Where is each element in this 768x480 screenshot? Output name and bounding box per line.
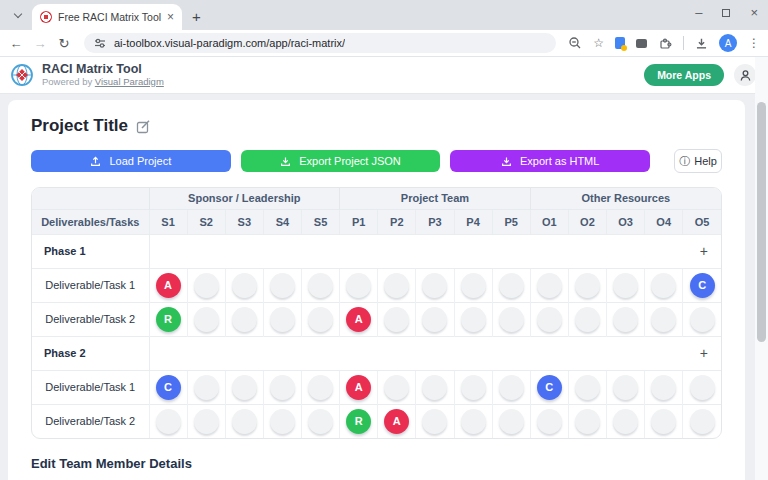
phase-label[interactable]: Phase 2 bbox=[32, 336, 149, 370]
empty-cell-circle[interactable] bbox=[422, 307, 447, 332]
raci-cell-O1[interactable] bbox=[530, 268, 568, 302]
raci-cell-P2[interactable] bbox=[378, 370, 416, 404]
add-task-button[interactable]: + bbox=[700, 346, 708, 360]
empty-cell-circle[interactable] bbox=[194, 409, 219, 434]
column-header-S2[interactable]: S2 bbox=[187, 209, 225, 234]
raci-cell-P3[interactable] bbox=[416, 370, 454, 404]
raci-badge[interactable]: A bbox=[346, 375, 371, 400]
raci-cell-O4[interactable] bbox=[645, 268, 683, 302]
raci-cell-P2[interactable]: A bbox=[378, 404, 416, 438]
empty-cell-circle[interactable] bbox=[270, 375, 295, 400]
add-task-button[interactable]: + bbox=[700, 244, 708, 258]
browser-active-tab[interactable]: Free RACI Matrix Tool | Assign R × bbox=[32, 4, 182, 30]
edit-title-icon[interactable] bbox=[136, 119, 151, 134]
empty-cell-circle[interactable] bbox=[194, 307, 219, 332]
raci-cell-S1[interactable]: C bbox=[149, 370, 187, 404]
column-header-S3[interactable]: S3 bbox=[225, 209, 263, 234]
empty-cell-circle[interactable] bbox=[651, 409, 676, 434]
raci-cell-P4[interactable] bbox=[454, 268, 492, 302]
window-maximize-button[interactable] bbox=[722, 9, 730, 17]
raci-badge[interactable]: C bbox=[537, 375, 562, 400]
empty-cell-circle[interactable] bbox=[232, 375, 257, 400]
empty-cell-circle[interactable] bbox=[461, 375, 486, 400]
empty-cell-circle[interactable] bbox=[270, 307, 295, 332]
raci-cell-O4[interactable] bbox=[645, 370, 683, 404]
column-header-O4[interactable]: O4 bbox=[645, 209, 683, 234]
window-close-button[interactable]: × bbox=[750, 6, 758, 19]
column-header-P3[interactable]: P3 bbox=[416, 209, 454, 234]
raci-cell-P4[interactable] bbox=[454, 302, 492, 336]
raci-badge[interactable]: R bbox=[346, 409, 371, 434]
raci-cell-S1[interactable]: R bbox=[149, 302, 187, 336]
extensions-puzzle-icon[interactable] bbox=[658, 36, 672, 50]
export-json-button[interactable]: Export Project JSON bbox=[241, 150, 441, 172]
raci-cell-S1[interactable]: A bbox=[149, 268, 187, 302]
empty-cell-circle[interactable] bbox=[499, 273, 524, 298]
url-text[interactable]: ai-toolbox.visual-paradigm.com/app/raci-… bbox=[114, 37, 345, 49]
raci-cell-P3[interactable] bbox=[416, 302, 454, 336]
empty-cell-circle[interactable] bbox=[651, 375, 676, 400]
empty-cell-circle[interactable] bbox=[232, 307, 257, 332]
raci-cell-S2[interactable] bbox=[187, 302, 225, 336]
column-header-O2[interactable]: O2 bbox=[568, 209, 606, 234]
raci-cell-O3[interactable] bbox=[607, 268, 645, 302]
raci-cell-O2[interactable] bbox=[568, 268, 606, 302]
empty-cell-circle[interactable] bbox=[346, 273, 371, 298]
empty-cell-circle[interactable] bbox=[575, 375, 600, 400]
raci-cell-S3[interactable] bbox=[225, 302, 263, 336]
raci-badge[interactable]: C bbox=[690, 273, 715, 298]
raci-cell-O5[interactable] bbox=[683, 404, 721, 438]
raci-cell-O1[interactable] bbox=[530, 404, 568, 438]
downloads-icon[interactable] bbox=[695, 37, 708, 50]
raci-cell-P3[interactable] bbox=[416, 404, 454, 438]
new-tab-button[interactable]: + bbox=[192, 8, 201, 25]
browser-profile-avatar[interactable]: A bbox=[719, 34, 737, 52]
raci-cell-P1[interactable]: R bbox=[340, 404, 378, 438]
empty-cell-circle[interactable] bbox=[537, 273, 562, 298]
site-settings-icon[interactable] bbox=[94, 37, 106, 49]
raci-cell-P3[interactable] bbox=[416, 268, 454, 302]
raci-cell-O1[interactable]: C bbox=[530, 370, 568, 404]
raci-cell-S2[interactable] bbox=[187, 370, 225, 404]
column-header-P5[interactable]: P5 bbox=[492, 209, 530, 234]
raci-cell-S5[interactable] bbox=[302, 268, 340, 302]
empty-cell-circle[interactable] bbox=[613, 273, 638, 298]
empty-cell-circle[interactable] bbox=[156, 409, 181, 434]
raci-cell-O1[interactable] bbox=[530, 302, 568, 336]
empty-cell-circle[interactable] bbox=[537, 409, 562, 434]
task-label[interactable]: Deliverable/Task 2 bbox=[32, 302, 149, 336]
empty-cell-circle[interactable] bbox=[308, 273, 333, 298]
raci-cell-P2[interactable] bbox=[378, 268, 416, 302]
browser-menu-icon[interactable]: ⋮ bbox=[748, 36, 760, 50]
reload-button[interactable]: ↻ bbox=[56, 36, 72, 51]
empty-cell-circle[interactable] bbox=[384, 375, 409, 400]
scrollbar-thumb[interactable] bbox=[757, 102, 766, 342]
empty-cell-circle[interactable] bbox=[537, 307, 562, 332]
column-header-S1[interactable]: S1 bbox=[149, 209, 187, 234]
raci-badge[interactable]: A bbox=[346, 307, 371, 332]
empty-cell-circle[interactable] bbox=[499, 409, 524, 434]
raci-cell-S2[interactable] bbox=[187, 404, 225, 438]
raci-cell-P5[interactable] bbox=[492, 268, 530, 302]
close-tab-icon[interactable]: × bbox=[167, 11, 174, 23]
raci-badge[interactable]: C bbox=[156, 375, 181, 400]
empty-cell-circle[interactable] bbox=[461, 409, 486, 434]
raci-cell-S5[interactable] bbox=[302, 404, 340, 438]
empty-cell-circle[interactable] bbox=[384, 307, 409, 332]
empty-cell-circle[interactable] bbox=[384, 273, 409, 298]
empty-cell-circle[interactable] bbox=[651, 307, 676, 332]
raci-cell-O5[interactable] bbox=[683, 302, 721, 336]
raci-cell-S3[interactable] bbox=[225, 268, 263, 302]
back-button[interactable]: ← bbox=[8, 36, 24, 51]
zoom-icon[interactable] bbox=[568, 36, 582, 50]
empty-cell-circle[interactable] bbox=[690, 307, 715, 332]
raci-cell-S5[interactable] bbox=[302, 370, 340, 404]
more-apps-button[interactable]: More Apps bbox=[644, 64, 724, 86]
empty-cell-circle[interactable] bbox=[270, 273, 295, 298]
raci-cell-S3[interactable] bbox=[225, 404, 263, 438]
raci-cell-P5[interactable] bbox=[492, 370, 530, 404]
raci-cell-S4[interactable] bbox=[263, 370, 301, 404]
raci-badge[interactable]: A bbox=[384, 409, 409, 434]
raci-cell-S5[interactable] bbox=[302, 302, 340, 336]
raci-cell-P4[interactable] bbox=[454, 370, 492, 404]
